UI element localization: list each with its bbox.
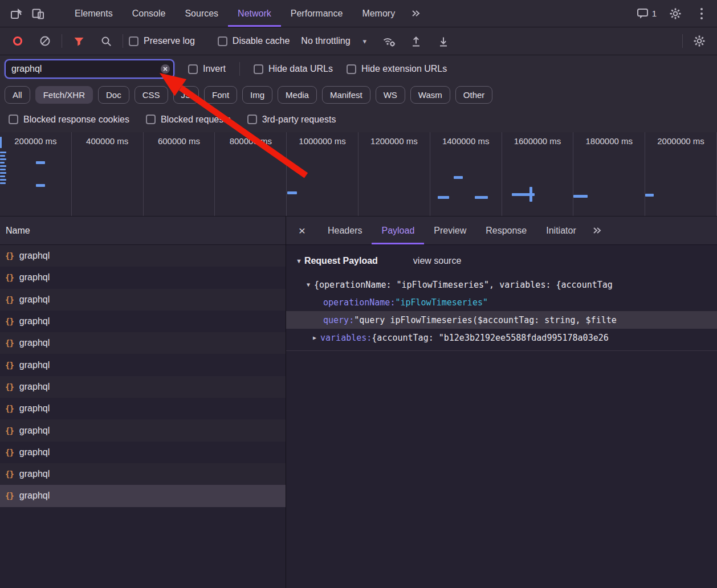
request-row[interactable]: {}graphql	[0, 376, 286, 398]
type-filter-all[interactable]: All	[5, 86, 30, 104]
request-row[interactable]: {}graphql	[0, 398, 286, 419]
invert-checkbox[interactable]: Invert	[188, 64, 226, 74]
clear-filter-button[interactable]	[160, 64, 170, 74]
json-braces-icon: {}	[5, 317, 14, 326]
timeline-bar	[0, 179, 6, 181]
checkbox-label: 3rd-party requests	[262, 115, 336, 125]
request-row[interactable]: {}graphql	[0, 245, 286, 267]
request-row[interactable]: {}graphql	[0, 289, 286, 311]
close-detail-button[interactable]: ×	[286, 217, 318, 244]
request-row[interactable]: {}graphql	[0, 354, 286, 375]
request-row[interactable]: {}graphql	[0, 485, 286, 507]
type-filter-img[interactable]: Img	[242, 86, 272, 104]
json-braces-icon: {}	[5, 338, 14, 348]
hide-data-urls-checkbox[interactable]: Hide data URLs	[254, 64, 333, 74]
checkbox-3rd-party-requests[interactable]: 3rd-party requests	[247, 115, 336, 125]
collapse-triangle-icon[interactable]: ▼	[307, 281, 310, 288]
message-bubble-icon	[637, 7, 649, 19]
search-network-button[interactable]	[95, 35, 117, 47]
hide-data-urls-label: Hide data URLs	[268, 64, 333, 74]
network-settings-button[interactable]	[689, 34, 710, 48]
name-header-label: Name	[6, 226, 30, 236]
record-network-log-button[interactable]	[7, 35, 28, 47]
type-filter-manifest[interactable]: Manifest	[322, 86, 370, 104]
inspect-element-button[interactable]	[6, 0, 27, 27]
expand-triangle-icon[interactable]: ▶	[313, 334, 316, 341]
checkbox-box	[146, 115, 156, 124]
request-payload-section: ▼ Request Payload view source	[286, 251, 717, 271]
checkbox-blocked-response-cookies[interactable]: Blocked response cookies	[9, 115, 129, 125]
detail-tab-headers[interactable]: Headers	[318, 217, 372, 244]
tab-performance[interactable]: Performance	[281, 0, 353, 27]
disable-cache-checkbox[interactable]: Disable cache	[218, 36, 290, 46]
more-detail-tabs-button[interactable]	[586, 217, 608, 244]
type-filter-font[interactable]: Font	[204, 86, 237, 104]
more-panels-button[interactable]	[405, 0, 426, 27]
tab-console[interactable]: Console	[123, 0, 176, 27]
preserve-log-checkbox[interactable]: Preserve log	[129, 36, 195, 46]
record-icon	[12, 35, 23, 47]
timeline-bar	[0, 165, 6, 167]
devtools-menu-button[interactable]	[691, 7, 712, 20]
json-row-operationname[interactable]: operationName: "ipFlowTimeseries"	[286, 293, 717, 311]
type-filter-fetch-xhr[interactable]: Fetch/XHR	[35, 86, 93, 104]
request-row[interactable]: {}graphql	[0, 332, 286, 354]
request-name: graphql	[19, 491, 50, 501]
throttling-dropdown[interactable]: No throttling ▾	[301, 36, 366, 46]
detail-tab-payload[interactable]: Payload	[372, 217, 424, 244]
device-toolbar-button[interactable]	[27, 0, 49, 27]
type-filter-other[interactable]: Other	[455, 86, 493, 104]
filter-input[interactable]	[5, 59, 174, 79]
view-source-link[interactable]: view source	[413, 256, 461, 266]
timeline-bar	[36, 184, 45, 187]
collapse-triangle-icon[interactable]: ▼	[296, 258, 302, 264]
name-column-header[interactable]: Name	[0, 217, 286, 245]
request-row[interactable]: {}graphql	[0, 442, 286, 463]
request-row[interactable]: {}graphql	[0, 267, 286, 288]
invert-label: Invert	[203, 64, 226, 74]
type-filter-wasm[interactable]: Wasm	[410, 86, 450, 104]
clear-network-log-button[interactable]	[34, 35, 56, 47]
checkbox-blocked-requests[interactable]: Blocked requests	[146, 115, 231, 125]
json-root-row[interactable]: ▼ {operationName: "ipFlowTimeseries", va…	[286, 276, 717, 293]
tab-sources[interactable]: Sources	[175, 0, 228, 27]
devtools-settings-button[interactable]	[665, 7, 686, 21]
network-conditions-icon	[382, 35, 396, 47]
disable-cache-label: Disable cache	[233, 36, 290, 46]
clear-circle-icon	[160, 64, 170, 74]
device-toolbar-icon	[32, 7, 44, 20]
type-filter-doc[interactable]: Doc	[98, 86, 129, 104]
json-braces-icon: {}	[5, 382, 14, 391]
tab-memory[interactable]: Memory	[352, 0, 405, 27]
console-messages-button[interactable]: 1	[633, 7, 660, 19]
json-row-variables[interactable]: ▶ variables: {accountTag: "b12e3b2192ee5…	[286, 329, 717, 346]
type-filter-css[interactable]: CSS	[135, 86, 168, 104]
request-detail-pane: × HeadersPayloadPreviewResponseInitiator…	[286, 217, 717, 588]
json-row-query[interactable]: query: "query ipFlowTimeseries($accountT…	[286, 311, 717, 329]
timeline-bar	[0, 155, 5, 157]
request-row[interactable]: {}graphql	[0, 419, 286, 441]
type-filter-js[interactable]: JS	[173, 86, 199, 104]
detail-tab-response[interactable]: Response	[476, 217, 536, 244]
timeline-bar	[0, 182, 6, 184]
type-filter-ws[interactable]: WS	[376, 86, 405, 104]
type-filter-media[interactable]: Media	[278, 86, 317, 104]
timeline-bar	[0, 137, 2, 148]
checkbox-box	[218, 36, 227, 46]
tab-elements[interactable]: Elements	[65, 0, 123, 27]
tab-network[interactable]: Network	[228, 0, 281, 27]
filter-toggle-button[interactable]	[68, 35, 89, 47]
detail-tab-preview[interactable]: Preview	[424, 217, 476, 244]
network-conditions-button[interactable]	[378, 35, 400, 47]
json-braces-icon: {}	[5, 273, 14, 282]
export-har-button[interactable]	[433, 35, 454, 47]
detail-tab-initiator[interactable]: Initiator	[536, 217, 585, 244]
request-row[interactable]: {}graphql	[0, 311, 286, 332]
request-name: graphql	[19, 447, 50, 458]
json-key: operationName:	[323, 297, 395, 308]
request-row[interactable]: {}graphql	[0, 463, 286, 485]
tree-divider	[286, 350, 717, 351]
import-har-button[interactable]	[405, 35, 427, 47]
timeline-bar	[36, 161, 45, 164]
hide-extension-urls-checkbox[interactable]: Hide extension URLs	[347, 64, 447, 74]
